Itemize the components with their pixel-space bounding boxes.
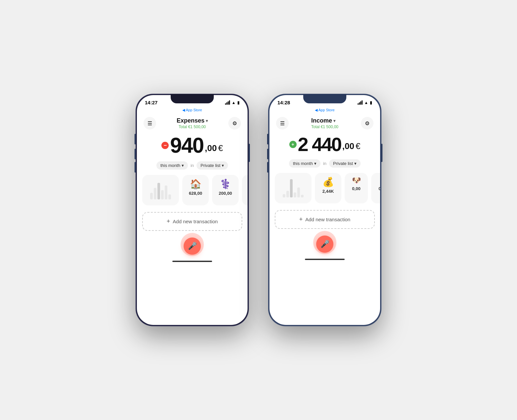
amount-whole-expenses: 940 bbox=[170, 135, 203, 156]
home-indicator-income bbox=[269, 256, 380, 264]
home-bar-income bbox=[305, 259, 345, 260]
category-card-income-2[interactable]: 🥫 0,00 bbox=[371, 173, 380, 203]
add-plus-icon-income: + bbox=[299, 216, 303, 223]
phone-income: 14:28 ▲ ▮ ◀ App Store ☰ bbox=[268, 94, 381, 326]
voice-btn-wrapper-income: 🎤 bbox=[269, 229, 380, 256]
category-amount-income-1: 0,00 bbox=[352, 186, 360, 191]
phone-screen-income: 14:28 ▲ ▮ ◀ App Store ☰ bbox=[269, 95, 380, 325]
filter-period-expenses[interactable]: this month ▾ bbox=[156, 161, 188, 170]
notch-expenses bbox=[171, 94, 214, 103]
categories-expenses: 🏠 628,00 ⚕️ 200,00 🥫 69,00 🖊️ 43,00 bbox=[137, 175, 248, 205]
app-header-income: ☰ Income ▾ Total €1 500,00 ⚙ bbox=[269, 114, 380, 131]
menu-button-income[interactable]: ☰ bbox=[276, 117, 289, 130]
wifi-icon-income: ▲ bbox=[364, 100, 368, 105]
category-card-expenses-0[interactable]: 🏠 628,00 bbox=[182, 175, 209, 205]
amount-row-expenses: − 940 ,00 € bbox=[161, 135, 223, 156]
signal-icon-income bbox=[358, 100, 363, 105]
bar-chart-expenses bbox=[147, 180, 174, 199]
phone-frame-income: 14:28 ▲ ▮ ◀ App Store ☰ bbox=[268, 94, 381, 326]
wifi-icon-expenses: ▲ bbox=[232, 100, 236, 105]
voice-btn-wrapper-expenses: 🎤 bbox=[137, 231, 248, 258]
bar-i4 bbox=[294, 192, 296, 197]
category-emoji-income-0: 💰 bbox=[322, 178, 334, 187]
amount-indicator-expenses: − bbox=[161, 142, 169, 149]
phone-frame-expenses: 14:27 ▲ ▮ ◀ App Store ☰ bbox=[136, 94, 249, 326]
battery-icon-income: ▮ bbox=[370, 100, 372, 105]
add-transaction-income[interactable]: + Add new transaction bbox=[275, 210, 375, 229]
status-icons-income: ▲ ▮ bbox=[358, 100, 372, 105]
filter-period-income[interactable]: this month ▾ bbox=[289, 159, 320, 168]
filter-row-expenses: this month ▾ in Private list ▾ bbox=[137, 161, 248, 175]
appstore-back-expenses[interactable]: ◀ App Store bbox=[137, 107, 248, 114]
bar-2 bbox=[154, 188, 156, 199]
add-plus-icon-expenses: + bbox=[167, 218, 170, 225]
amount-whole-income: 2 440 bbox=[298, 135, 341, 154]
menu-button-expenses[interactable]: ☰ bbox=[144, 117, 156, 130]
title-chevron-expenses: ▾ bbox=[206, 119, 208, 123]
header-total-income: Total €1 500,00 bbox=[311, 125, 338, 129]
filter-list-expenses[interactable]: Private list ▾ bbox=[197, 161, 228, 170]
amount-decimal-income: ,00 bbox=[342, 141, 354, 151]
bar-3 bbox=[157, 183, 160, 199]
status-time-expenses: 14:27 bbox=[145, 100, 157, 105]
main-amount-expenses: − 940 ,00 € bbox=[137, 131, 248, 161]
voice-button-income[interactable]: 🎤 bbox=[316, 236, 333, 253]
bar-5 bbox=[165, 185, 167, 199]
settings-button-income[interactable]: ⚙ bbox=[361, 117, 373, 130]
amount-indicator-income: + bbox=[289, 141, 297, 148]
chart-card-income[interactable] bbox=[275, 173, 312, 203]
amount-currency-income: € bbox=[356, 141, 360, 151]
header-center-income: Income ▾ Total €1 500,00 bbox=[311, 117, 338, 129]
header-title-expenses[interactable]: Expenses ▾ bbox=[177, 117, 208, 124]
settings-icon-expenses: ⚙ bbox=[232, 120, 237, 127]
list-chevron-expenses: ▾ bbox=[222, 163, 224, 168]
category-emoji-expenses-0: 🏠 bbox=[190, 180, 201, 189]
period-chevron-expenses: ▾ bbox=[182, 163, 184, 168]
bar-i3 bbox=[290, 179, 293, 197]
category-amount-expenses-0: 628,00 bbox=[189, 191, 202, 196]
add-transaction-label-income: Add new transaction bbox=[305, 217, 350, 222]
category-card-income-0[interactable]: 💰 2,44K bbox=[315, 173, 341, 203]
bar-i1 bbox=[283, 194, 285, 197]
menu-icon-expenses: ☰ bbox=[147, 120, 152, 127]
settings-button-expenses[interactable]: ⚙ bbox=[228, 117, 241, 130]
category-card-expenses-1[interactable]: ⚕️ 200,00 bbox=[212, 175, 239, 205]
category-amount-income-0: 2,44K bbox=[322, 189, 334, 194]
bar-i5 bbox=[297, 187, 300, 197]
bar-i2 bbox=[286, 191, 289, 197]
phone-expenses: 14:27 ▲ ▮ ◀ App Store ☰ bbox=[136, 94, 249, 326]
header-title-income[interactable]: Income ▾ bbox=[311, 117, 338, 124]
signal-icon-expenses bbox=[225, 100, 230, 105]
home-indicator-expenses bbox=[137, 258, 248, 266]
category-card-income-1[interactable]: 🐶 0,00 bbox=[345, 173, 368, 203]
notch-income bbox=[303, 94, 346, 103]
mic-icon-income: 🎤 bbox=[320, 240, 329, 248]
category-emoji-income-1: 🐶 bbox=[352, 177, 361, 184]
category-amount-income-2: 0,00 bbox=[378, 186, 380, 191]
status-time-income: 14:28 bbox=[277, 100, 290, 105]
period-chevron-income: ▾ bbox=[314, 161, 316, 166]
categories-income: 💰 2,44K 🐶 0,00 🥫 0,00 🖊️ 0,00 bbox=[269, 173, 380, 203]
phone-screen-expenses: 14:27 ▲ ▮ ◀ App Store ☰ bbox=[137, 95, 248, 325]
category-card-expenses-2[interactable]: 🥫 69,00 bbox=[242, 175, 248, 205]
chart-card-expenses[interactable] bbox=[142, 175, 179, 205]
title-chevron-income: ▾ bbox=[333, 119, 335, 123]
filter-list-income[interactable]: Private list ▾ bbox=[329, 159, 361, 168]
bar-4 bbox=[161, 190, 164, 199]
category-emoji-income-2: 🥫 bbox=[378, 177, 380, 184]
menu-icon-income: ☰ bbox=[280, 120, 285, 127]
status-icons-expenses: ▲ ▮ bbox=[225, 100, 240, 105]
amount-row-income: + 2 440 ,00 € bbox=[289, 135, 361, 154]
home-bar-expenses bbox=[172, 261, 212, 262]
voice-button-expenses[interactable]: 🎤 bbox=[184, 237, 201, 255]
settings-icon-income: ⚙ bbox=[365, 120, 370, 127]
category-emoji-expenses-1: ⚕️ bbox=[220, 180, 231, 189]
bar-6 bbox=[168, 194, 171, 199]
filter-row-income: this month ▾ in Private list ▾ bbox=[269, 159, 380, 173]
amount-decimal-expenses: ,00 bbox=[205, 143, 217, 153]
bar-chart-income bbox=[280, 178, 306, 197]
header-total-expenses: Total €1 500,00 bbox=[177, 125, 208, 129]
add-transaction-expenses[interactable]: + Add new transaction bbox=[142, 212, 242, 231]
amount-currency-expenses: € bbox=[218, 143, 223, 153]
appstore-back-income[interactable]: ◀ App Store bbox=[269, 107, 380, 114]
